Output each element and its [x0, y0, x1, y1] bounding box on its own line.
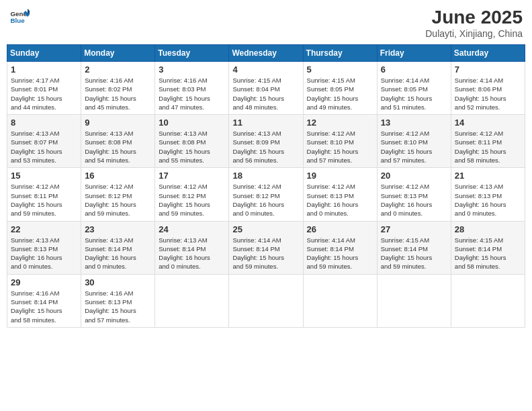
week-row-3: 15Sunrise: 4:12 AM Sunset: 8:11 PM Dayli…: [7, 168, 525, 221]
day-info: Sunrise: 4:16 AM Sunset: 8:02 PM Dayligh…: [85, 76, 151, 111]
day-number: 22: [11, 224, 77, 234]
day-cell: 22Sunrise: 4:13 AM Sunset: 8:13 PM Dayli…: [7, 221, 81, 274]
day-number: 19: [307, 171, 373, 181]
day-cell: 10Sunrise: 4:13 AM Sunset: 8:08 PM Dayli…: [155, 115, 229, 168]
day-info: Sunrise: 4:12 AM Sunset: 8:10 PM Dayligh…: [307, 129, 373, 165]
weekday-header-saturday: Saturday: [451, 45, 525, 62]
day-number: 1: [11, 64, 77, 75]
week-row-5: 29Sunrise: 4:16 AM Sunset: 8:14 PM Dayli…: [7, 274, 525, 327]
day-cell: 15Sunrise: 4:12 AM Sunset: 8:11 PM Dayli…: [7, 168, 81, 221]
day-cell: 27Sunrise: 4:15 AM Sunset: 8:14 PM Dayli…: [377, 221, 451, 274]
logo-icon: General Blue: [9, 7, 30, 27]
day-cell: 3Sunrise: 4:16 AM Sunset: 8:03 PM Daylig…: [155, 62, 229, 115]
day-number: 7: [455, 64, 521, 75]
day-cell: 12Sunrise: 4:12 AM Sunset: 8:10 PM Dayli…: [303, 115, 377, 168]
day-info: Sunrise: 4:12 AM Sunset: 8:12 PM Dayligh…: [232, 182, 299, 218]
day-number: 5: [307, 64, 373, 75]
day-cell: 8Sunrise: 4:13 AM Sunset: 8:07 PM Daylig…: [7, 115, 81, 168]
calendar: SundayMondayTuesdayWednesdayThursdayFrid…: [7, 44, 525, 328]
day-cell: 2Sunrise: 4:16 AM Sunset: 8:02 PM Daylig…: [81, 62, 155, 115]
day-info: Sunrise: 4:13 AM Sunset: 8:13 PM Dayligh…: [455, 182, 521, 218]
header: General Blue June 2025 Dulayti, Xinjiang…: [7, 7, 525, 39]
day-info: Sunrise: 4:13 AM Sunset: 8:08 PM Dayligh…: [85, 129, 151, 165]
day-info: Sunrise: 4:12 AM Sunset: 8:11 PM Dayligh…: [11, 182, 77, 218]
day-number: 21: [455, 171, 521, 181]
day-cell: 30Sunrise: 4:16 AM Sunset: 8:13 PM Dayli…: [81, 274, 155, 327]
day-info: Sunrise: 4:17 AM Sunset: 8:01 PM Dayligh…: [11, 76, 77, 111]
day-info: Sunrise: 4:14 AM Sunset: 8:14 PM Dayligh…: [232, 236, 299, 271]
day-info: Sunrise: 4:13 AM Sunset: 8:13 PM Dayligh…: [11, 236, 77, 271]
day-info: Sunrise: 4:13 AM Sunset: 8:09 PM Dayligh…: [232, 129, 299, 165]
day-number: 3: [159, 64, 225, 75]
day-cell: [377, 274, 451, 327]
day-cell: 17Sunrise: 4:12 AM Sunset: 8:12 PM Dayli…: [155, 168, 229, 221]
day-info: Sunrise: 4:15 AM Sunset: 8:14 PM Dayligh…: [455, 236, 521, 271]
svg-text:Blue: Blue: [11, 17, 26, 24]
day-cell: 6Sunrise: 4:14 AM Sunset: 8:05 PM Daylig…: [377, 62, 451, 115]
day-cell: 20Sunrise: 4:12 AM Sunset: 8:13 PM Dayli…: [377, 168, 451, 221]
day-info: Sunrise: 4:14 AM Sunset: 8:14 PM Dayligh…: [307, 236, 373, 271]
day-info: Sunrise: 4:12 AM Sunset: 8:13 PM Dayligh…: [307, 182, 373, 218]
day-number: 16: [85, 171, 151, 181]
day-number: 12: [307, 118, 373, 128]
day-cell: 9Sunrise: 4:13 AM Sunset: 8:08 PM Daylig…: [81, 115, 155, 168]
day-info: Sunrise: 4:15 AM Sunset: 8:05 PM Dayligh…: [307, 76, 373, 111]
day-number: 8: [11, 118, 77, 128]
day-number: 9: [85, 118, 151, 128]
day-cell: 11Sunrise: 4:13 AM Sunset: 8:09 PM Dayli…: [229, 115, 303, 168]
day-cell: 26Sunrise: 4:14 AM Sunset: 8:14 PM Dayli…: [303, 221, 377, 274]
day-number: 15: [11, 171, 77, 181]
week-row-4: 22Sunrise: 4:13 AM Sunset: 8:13 PM Dayli…: [7, 221, 525, 274]
day-cell: 18Sunrise: 4:12 AM Sunset: 8:12 PM Dayli…: [229, 168, 303, 221]
logo: General Blue: [9, 7, 30, 27]
day-info: Sunrise: 4:12 AM Sunset: 8:12 PM Dayligh…: [85, 182, 151, 218]
day-number: 23: [85, 224, 151, 234]
day-info: Sunrise: 4:13 AM Sunset: 8:08 PM Dayligh…: [159, 129, 225, 165]
day-number: 25: [232, 224, 299, 234]
day-number: 29: [11, 277, 77, 287]
day-number: 11: [232, 118, 299, 128]
day-info: Sunrise: 4:14 AM Sunset: 8:05 PM Dayligh…: [381, 76, 447, 111]
day-number: 24: [159, 224, 225, 234]
day-number: 20: [381, 171, 447, 181]
weekday-header-wednesday: Wednesday: [229, 45, 303, 62]
day-cell: 25Sunrise: 4:14 AM Sunset: 8:14 PM Dayli…: [229, 221, 303, 274]
day-number: 2: [85, 64, 151, 75]
day-cell: 4Sunrise: 4:15 AM Sunset: 8:04 PM Daylig…: [229, 62, 303, 115]
day-cell: [303, 274, 377, 327]
day-info: Sunrise: 4:12 AM Sunset: 8:10 PM Dayligh…: [381, 129, 447, 165]
day-cell: [155, 274, 229, 327]
weekday-header-friday: Friday: [377, 45, 451, 62]
day-number: 30: [85, 277, 151, 287]
day-number: 13: [381, 118, 447, 128]
day-info: Sunrise: 4:14 AM Sunset: 8:06 PM Dayligh…: [455, 76, 521, 111]
day-cell: 28Sunrise: 4:15 AM Sunset: 8:14 PM Dayli…: [451, 221, 525, 274]
month-title: June 2025: [425, 7, 523, 28]
day-info: Sunrise: 4:13 AM Sunset: 8:07 PM Dayligh…: [11, 129, 77, 165]
day-cell: 29Sunrise: 4:16 AM Sunset: 8:14 PM Dayli…: [7, 274, 81, 327]
day-info: Sunrise: 4:12 AM Sunset: 8:12 PM Dayligh…: [159, 182, 225, 218]
week-row-1: 1Sunrise: 4:17 AM Sunset: 8:01 PM Daylig…: [7, 62, 525, 115]
weekday-header-tuesday: Tuesday: [155, 45, 229, 62]
day-number: 4: [232, 64, 299, 75]
day-number: 10: [159, 118, 225, 128]
weekday-header-row: SundayMondayTuesdayWednesdayThursdayFrid…: [7, 45, 525, 62]
location-title: Dulayti, Xinjiang, China: [425, 28, 523, 39]
day-cell: 7Sunrise: 4:14 AM Sunset: 8:06 PM Daylig…: [451, 62, 525, 115]
weekday-header-thursday: Thursday: [303, 45, 377, 62]
day-number: 6: [381, 64, 447, 75]
day-info: Sunrise: 4:13 AM Sunset: 8:14 PM Dayligh…: [159, 236, 225, 271]
day-number: 17: [159, 171, 225, 181]
day-number: 26: [307, 224, 373, 234]
day-info: Sunrise: 4:16 AM Sunset: 8:03 PM Dayligh…: [159, 76, 225, 111]
day-cell: 16Sunrise: 4:12 AM Sunset: 8:12 PM Dayli…: [81, 168, 155, 221]
day-info: Sunrise: 4:15 AM Sunset: 8:14 PM Dayligh…: [381, 236, 447, 271]
weekday-header-sunday: Sunday: [7, 45, 81, 62]
day-cell: 14Sunrise: 4:12 AM Sunset: 8:11 PM Dayli…: [451, 115, 525, 168]
day-info: Sunrise: 4:13 AM Sunset: 8:14 PM Dayligh…: [85, 236, 151, 271]
day-cell: 21Sunrise: 4:13 AM Sunset: 8:13 PM Dayli…: [451, 168, 525, 221]
day-cell: 24Sunrise: 4:13 AM Sunset: 8:14 PM Dayli…: [155, 221, 229, 274]
day-cell: 13Sunrise: 4:12 AM Sunset: 8:10 PM Dayli…: [377, 115, 451, 168]
day-cell: 19Sunrise: 4:12 AM Sunset: 8:13 PM Dayli…: [303, 168, 377, 221]
day-info: Sunrise: 4:16 AM Sunset: 8:13 PM Dayligh…: [85, 289, 151, 324]
